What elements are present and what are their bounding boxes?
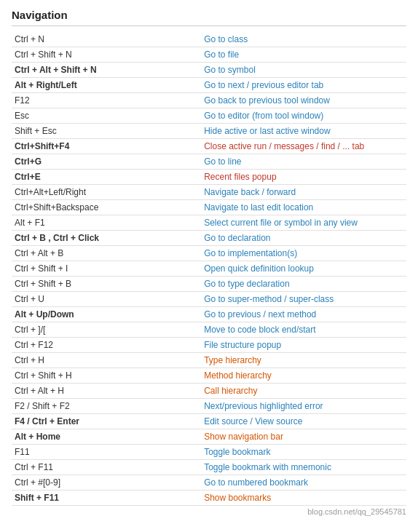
shortcut-cell: Ctrl + Shift + H: [12, 368, 201, 384]
table-row: F11Toggle bookmark: [12, 445, 406, 460]
table-row: EscGo to editor (from tool window): [12, 108, 406, 124]
table-row: Alt + HomeShow navigation bar: [12, 429, 406, 445]
shortcut-cell: Ctrl + Alt + Shift + N: [12, 63, 201, 78]
shortcut-cell: F12: [12, 93, 201, 108]
table-row: Alt + Up/DownGo to previous / next metho…: [12, 307, 406, 322]
table-row: Ctrl + Shift + BGo to type declaration: [12, 277, 406, 292]
table-row: Ctrl + B , Ctrl + ClickGo to declaration: [12, 231, 406, 246]
action-cell: Move to code block end/start: [201, 322, 406, 338]
action-cell: Navigate to last edit location: [201, 200, 406, 215]
shortcut-cell: Ctrl + #[0-9]: [12, 475, 201, 491]
action-cell: Select current file or symbol in any vie…: [201, 215, 406, 231]
watermark: blog.csdn.net/qq_29545781: [12, 507, 406, 516]
table-row: Shift + F11Show bookmarks: [12, 491, 406, 506]
action-cell: Go to type declaration: [201, 277, 406, 292]
shortcut-cell: Ctrl+Shift+Backspace: [12, 200, 201, 215]
table-row: Ctrl + Shift + IOpen quick definition lo…: [12, 261, 406, 277]
shortcut-cell: Alt + Home: [12, 429, 201, 445]
action-cell: Navigate back / forward: [201, 185, 406, 200]
action-cell: Go to editor (from tool window): [201, 108, 406, 124]
table-row: Ctrl + Shift + HMethod hierarchy: [12, 368, 406, 384]
shortcut-cell: F11: [12, 445, 201, 460]
action-cell: Close active run / messages / find / ...…: [201, 139, 406, 154]
shortcut-cell: Ctrl + Shift + B: [12, 277, 201, 292]
shortcut-cell: Ctrl + Alt + B: [12, 246, 201, 261]
action-cell: Go to declaration: [201, 231, 406, 246]
action-cell: Next/previous highlighted error: [201, 399, 406, 414]
table-row: Ctrl+GGo to line: [12, 154, 406, 170]
action-cell: Go to symbol: [201, 63, 406, 78]
shortcut-cell: Ctrl + H: [12, 353, 201, 368]
table-row: Shift + EscHide active or last active wi…: [12, 124, 406, 139]
shortcut-cell: Esc: [12, 108, 201, 124]
action-cell: Toggle bookmark with mnemonic: [201, 460, 406, 475]
shortcuts-table: Ctrl + NGo to classCtrl + Shift + NGo to…: [12, 32, 406, 506]
table-row: Ctrl + F12File structure popup: [12, 338, 406, 353]
shortcut-cell: F4 / Ctrl + Enter: [12, 414, 201, 429]
table-row: Ctrl+Alt+Left/RightNavigate back / forwa…: [12, 185, 406, 200]
shortcut-cell: Ctrl + B , Ctrl + Click: [12, 231, 201, 246]
table-row: F2 / Shift + F2Next/previous highlighted…: [12, 399, 406, 414]
table-row: Ctrl + NGo to class: [12, 32, 406, 47]
action-cell: Go to numbered bookmark: [201, 475, 406, 491]
action-cell: File structure popup: [201, 338, 406, 353]
action-cell: Call hierarchy: [201, 384, 406, 399]
shortcut-cell: Alt + F1: [12, 215, 201, 231]
action-cell: Method hierarchy: [201, 368, 406, 384]
action-cell: Recent files popup: [201, 170, 406, 185]
action-cell: Hide active or last active window: [201, 124, 406, 139]
table-row: Ctrl+Shift+F4Close active run / messages…: [12, 139, 406, 154]
shortcut-cell: Ctrl+G: [12, 154, 201, 170]
action-cell: Go to implementation(s): [201, 246, 406, 261]
table-row: Ctrl + HType hierarchy: [12, 353, 406, 368]
shortcut-cell: Ctrl + ]/[: [12, 322, 201, 338]
table-row: Ctrl + Shift + NGo to file: [12, 47, 406, 63]
table-row: Alt + F1Select current file or symbol in…: [12, 215, 406, 231]
action-cell: Go to super-method / super-class: [201, 292, 406, 307]
shortcut-cell: Alt + Right/Left: [12, 78, 201, 93]
action-cell: Go back to previous tool window: [201, 93, 406, 108]
action-cell: Show bookmarks: [201, 491, 406, 506]
table-row: Ctrl + F11Toggle bookmark with mnemonic: [12, 460, 406, 475]
action-cell: Type hierarchy: [201, 353, 406, 368]
table-row: Ctrl + Alt + HCall hierarchy: [12, 384, 406, 399]
action-cell: Go to class: [201, 32, 406, 47]
section-title: Navigation: [12, 9, 406, 26]
action-cell: Go to next / previous editor tab: [201, 78, 406, 93]
shortcut-cell: Ctrl+Alt+Left/Right: [12, 185, 201, 200]
navigation-container: Navigation Ctrl + NGo to classCtrl + Shi…: [0, 0, 418, 525]
shortcut-cell: Alt + Up/Down: [12, 307, 201, 322]
action-cell: Edit source / View source: [201, 414, 406, 429]
action-cell: Open quick definition lookup: [201, 261, 406, 277]
table-row: Ctrl+ERecent files popup: [12, 170, 406, 185]
action-cell: Go to file: [201, 47, 406, 63]
action-cell: Toggle bookmark: [201, 445, 406, 460]
shortcut-cell: F2 / Shift + F2: [12, 399, 201, 414]
shortcut-cell: Shift + F11: [12, 491, 201, 506]
table-row: F4 / Ctrl + EnterEdit source / View sour…: [12, 414, 406, 429]
table-row: Ctrl + ]/[Move to code block end/start: [12, 322, 406, 338]
table-row: Ctrl + Alt + BGo to implementation(s): [12, 246, 406, 261]
shortcut-cell: Ctrl + F12: [12, 338, 201, 353]
table-row: F12Go back to previous tool window: [12, 93, 406, 108]
table-row: Ctrl + #[0-9]Go to numbered bookmark: [12, 475, 406, 491]
shortcut-cell: Ctrl+Shift+F4: [12, 139, 201, 154]
table-row: Ctrl + Alt + Shift + NGo to symbol: [12, 63, 406, 78]
shortcut-cell: Ctrl + Shift + I: [12, 261, 201, 277]
table-row: Ctrl + UGo to super-method / super-class: [12, 292, 406, 307]
table-row: Ctrl+Shift+BackspaceNavigate to last edi…: [12, 200, 406, 215]
table-row: Alt + Right/LeftGo to next / previous ed…: [12, 78, 406, 93]
action-cell: Show navigation bar: [201, 429, 406, 445]
shortcut-cell: Ctrl + N: [12, 32, 201, 47]
shortcut-cell: Ctrl + F11: [12, 460, 201, 475]
action-cell: Go to line: [201, 154, 406, 170]
shortcut-cell: Ctrl+E: [12, 170, 201, 185]
shortcut-cell: Ctrl + Alt + H: [12, 384, 201, 399]
shortcut-cell: Ctrl + Shift + N: [12, 47, 201, 63]
shortcut-cell: Ctrl + U: [12, 292, 201, 307]
shortcut-cell: Shift + Esc: [12, 124, 201, 139]
action-cell: Go to previous / next method: [201, 307, 406, 322]
